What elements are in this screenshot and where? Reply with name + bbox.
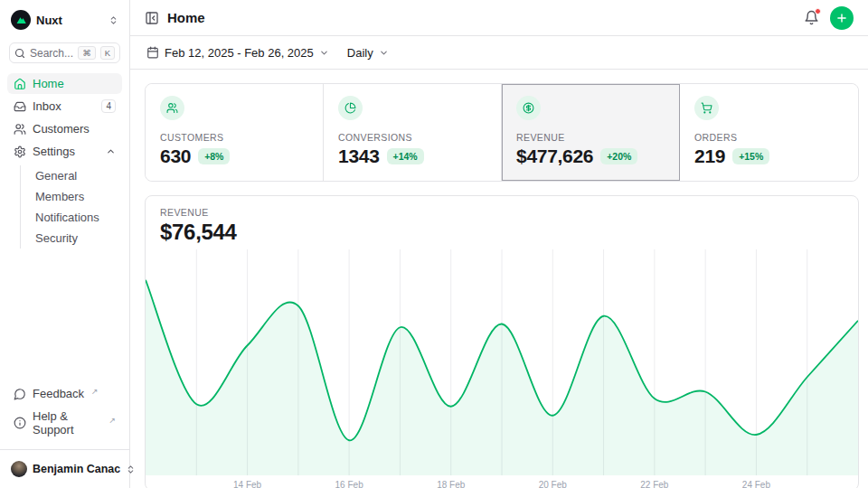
footer-item-label: Feedback — [33, 387, 84, 400]
team-selector[interactable]: Nuxt — [7, 9, 122, 31]
external-link-icon: ↗ — [108, 416, 116, 425]
sidebar-item-label: Home — [33, 77, 64, 90]
panel-left-close-icon — [145, 11, 159, 25]
topbar-actions — [804, 6, 854, 30]
chart-header: REVENUE $76,544 — [146, 196, 858, 249]
external-link-icon: ↗ — [91, 387, 99, 396]
sidebar-item-label: Settings — [33, 145, 75, 158]
svg-text:22 Feb: 22 Feb — [640, 480, 669, 488]
chevron-down-icon — [319, 48, 329, 58]
sidebar-item-label: Inbox — [33, 99, 61, 113]
search-icon — [14, 48, 25, 59]
sidebar-item-home[interactable]: Home — [7, 73, 122, 94]
sidebar-nav: Home Inbox 4 Customers Settings General — [7, 73, 122, 249]
chevron-down-icon — [379, 48, 389, 58]
content: CUSTOMERS 630+8% CONVERSIONS 1343+14% RE… — [130, 70, 868, 488]
sidebar: Nuxt Search... ⌘ K Home Inbox 4 — [0, 0, 130, 488]
stat-label: CONVERSIONS — [338, 132, 486, 143]
sidebar-item-customers[interactable]: Customers — [7, 118, 122, 139]
stat-delta-badge: +14% — [387, 148, 424, 164]
period-button[interactable]: Daily — [345, 42, 391, 63]
pie-chart-icon — [344, 102, 356, 114]
sidebar-item-notifications[interactable]: Notifications — [30, 207, 122, 228]
page-title: Home — [167, 10, 205, 25]
user-name: Benjamin Canac — [33, 463, 120, 475]
feedback-link[interactable]: Feedback↗ — [7, 383, 122, 404]
stat-cell-customers[interactable]: CUSTOMERS 630+8% — [146, 84, 324, 181]
filters-toolbar: Feb 12, 2025 - Feb 26, 2025 Daily — [130, 36, 868, 70]
message-circle-icon — [14, 388, 26, 400]
stat-label: ORDERS — [694, 132, 844, 143]
stat-value: $477,626 — [516, 145, 593, 167]
stat-cell-conversions[interactable]: CONVERSIONS 1343+14% — [324, 84, 502, 181]
user-menu[interactable]: Benjamin Canac — [7, 459, 122, 479]
notification-dot — [815, 8, 821, 14]
svg-text:24 Feb: 24 Feb — [742, 480, 771, 488]
stat-value: 630 — [160, 145, 191, 167]
svg-text:14 Feb: 14 Feb — [233, 480, 262, 488]
collapse-sidebar-button[interactable] — [145, 11, 159, 25]
sidebar-item-inbox[interactable]: Inbox 4 — [7, 96, 122, 117]
date-range-button[interactable]: Feb 12, 2025 - Feb 26, 2025 — [145, 42, 331, 63]
stat-delta-badge: +8% — [198, 148, 230, 164]
sidebar-item-general[interactable]: General — [30, 165, 122, 186]
stats-row: CUSTOMERS 630+8% CONVERSIONS 1343+14% RE… — [145, 83, 859, 182]
topbar: Home — [130, 0, 868, 36]
inbox-count-badge: 4 — [101, 99, 116, 113]
avatar — [11, 461, 27, 477]
shopping-cart-icon — [701, 102, 712, 114]
nuxt-logo-icon — [11, 10, 31, 30]
chart-label: REVENUE — [160, 207, 844, 218]
circle-dollar-icon — [523, 102, 534, 114]
users-icon — [166, 102, 178, 114]
stat-delta-badge: +20% — [600, 148, 637, 164]
gear-icon — [14, 145, 26, 158]
period-label: Daily — [347, 46, 373, 60]
search-placeholder: Search... — [30, 47, 73, 60]
stat-label: REVENUE — [516, 132, 665, 143]
settings-submenu: General Members Notifications Security — [20, 165, 122, 249]
sidebar-item-settings[interactable]: Settings — [7, 141, 122, 162]
stat-value: 219 — [694, 145, 725, 167]
team-name: Nuxt — [36, 14, 103, 27]
notifications-button[interactable] — [804, 10, 819, 25]
main: Home Feb 12, 2025 - Feb 26, 2025 Daily — [130, 0, 868, 488]
stat-value: 1343 — [338, 145, 380, 167]
stat-cell-revenue[interactable]: REVENUE $477,626+20% — [502, 84, 680, 181]
sidebar-footer: Feedback↗ Help & Support↗ Benjamin Canac — [7, 383, 122, 479]
revenue-chart-card: REVENUE $76,544 14 Feb16 Feb18 Feb20 Feb… — [145, 195, 859, 488]
home-icon — [14, 78, 26, 90]
sidebar-item-label: Customers — [33, 122, 90, 136]
date-range-label: Feb 12, 2025 - Feb 26, 2025 — [165, 46, 314, 60]
svg-text:20 Feb: 20 Feb — [539, 480, 568, 488]
sidebar-divider — [0, 449, 129, 450]
calendar-icon — [146, 46, 159, 59]
plus-icon — [835, 12, 848, 24]
add-button[interactable] — [830, 6, 854, 30]
chevron-up-icon — [106, 146, 116, 156]
chart-value: $76,544 — [160, 220, 844, 245]
footer-item-label: Help & Support — [33, 409, 101, 436]
sidebar-item-security[interactable]: Security — [30, 228, 122, 249]
stat-cell-orders[interactable]: ORDERS 219+15% — [680, 84, 858, 181]
inbox-icon — [14, 100, 26, 113]
svg-text:16 Feb: 16 Feb — [335, 480, 364, 488]
search-input[interactable]: Search... ⌘ K — [9, 42, 120, 63]
stat-delta-badge: +15% — [732, 148, 769, 164]
svg-text:18 Feb: 18 Feb — [437, 480, 466, 488]
revenue-chart: 14 Feb16 Feb18 Feb20 Feb22 Feb24 Feb — [146, 249, 858, 488]
kbd-k: K — [100, 46, 115, 60]
help-support-link[interactable]: Help & Support↗ — [7, 406, 122, 440]
kbd-meta: ⌘ — [78, 46, 96, 60]
info-icon — [14, 417, 26, 429]
chevrons-up-down-icon — [108, 15, 118, 25]
stat-label: CUSTOMERS — [160, 132, 308, 143]
sidebar-item-members[interactable]: Members — [30, 186, 122, 207]
app: Nuxt Search... ⌘ K Home Inbox 4 — [0, 0, 868, 488]
users-icon — [14, 123, 26, 136]
